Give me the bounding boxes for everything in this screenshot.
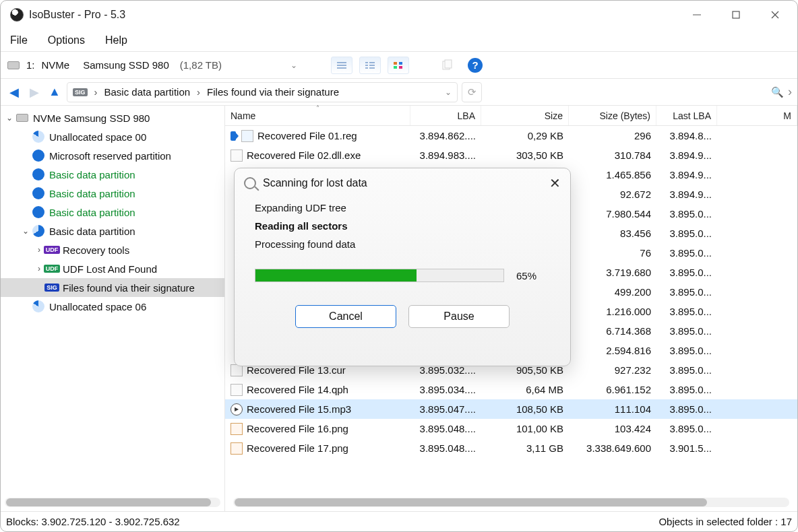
drive-icon bbox=[7, 61, 20, 69]
sort-asc-icon: ˄ bbox=[316, 104, 319, 112]
cancel-button[interactable]: Cancel bbox=[295, 305, 396, 328]
dialog-step-1: Expanding UDF tree bbox=[255, 202, 550, 213]
scanning-dialog: Scanning for lost data ✕ Expanding UDF t… bbox=[234, 168, 571, 366]
file-name: Recovered File 01.reg bbox=[257, 130, 357, 141]
file-name: Recovered File 02.dll.exe bbox=[247, 149, 361, 161]
table-row[interactable]: Recovered File 14.qph3.895.034....6,64 M… bbox=[225, 380, 797, 399]
menu-file[interactable]: File bbox=[10, 34, 28, 46]
tree-item[interactable]: Unallocated space 00 bbox=[1, 127, 224, 146]
pause-button[interactable]: Pause bbox=[408, 305, 510, 328]
tree-item[interactable]: Unallocated space 06 bbox=[1, 297, 224, 316]
close-button[interactable] bbox=[756, 2, 795, 28]
nav-forward-button[interactable]: ▶ bbox=[26, 85, 42, 100]
tree-scrollbar[interactable] bbox=[5, 498, 220, 507]
tree-item[interactable]: ›UDFRecovery tools bbox=[1, 240, 224, 259]
file-icon bbox=[231, 149, 243, 162]
chevron-right-icon: › bbox=[94, 86, 98, 98]
table-row[interactable]: Recovered File 17.png3.895.048....3,11 G… bbox=[225, 438, 797, 458]
progress-bar bbox=[255, 269, 504, 282]
tree-root[interactable]: ⌄NVMe Samsung SSD 980 bbox=[1, 108, 224, 127]
tag-icon bbox=[231, 131, 236, 141]
file-name: Recovered File 14.qph bbox=[247, 384, 348, 395]
help-button[interactable]: ? bbox=[464, 57, 486, 74]
maximize-button[interactable] bbox=[716, 2, 756, 28]
help-icon: ? bbox=[468, 58, 483, 73]
drive-model: Samsung SSD 980 bbox=[83, 59, 169, 71]
nav-back-button[interactable]: ◀ bbox=[6, 85, 22, 100]
svg-rect-16 bbox=[399, 66, 402, 69]
file-icon bbox=[231, 403, 243, 415]
drive-index: 1: bbox=[26, 59, 35, 71]
nav-next-pane-button[interactable]: › bbox=[788, 85, 792, 99]
file-icon bbox=[231, 423, 243, 435]
tree-item[interactable]: ›UDFUDF Lost And Found bbox=[1, 259, 224, 278]
svg-rect-1 bbox=[733, 11, 739, 18]
status-right: Objects in selected folder : 17 bbox=[658, 516, 792, 527]
search-icon[interactable]: 🔍 bbox=[771, 86, 784, 98]
refresh-button[interactable]: ⟳ bbox=[462, 82, 482, 102]
copy-button[interactable] bbox=[436, 57, 458, 74]
file-name: Recovered File 16.png bbox=[247, 423, 348, 434]
progress-fill bbox=[255, 269, 417, 281]
drive-selector[interactable]: 1: NVMe Samsung SSD 980 (1,82 TB) ⌄ bbox=[7, 59, 297, 71]
menu-options[interactable]: Options bbox=[48, 34, 85, 46]
view-list-button[interactable] bbox=[331, 57, 352, 74]
nav-up-button[interactable]: ▲ bbox=[47, 85, 63, 99]
search-icon bbox=[244, 177, 256, 189]
tree-item[interactable]: Basic data partition bbox=[1, 203, 224, 222]
toolbar: 1: NVMe Samsung SSD 980 (1,82 TB) ⌄ ? bbox=[1, 52, 797, 79]
progress-percent: 65% bbox=[516, 270, 536, 281]
svg-rect-13 bbox=[394, 62, 397, 65]
tree-item[interactable]: ⌄Basic data partition bbox=[1, 222, 224, 240]
navbar: ◀ ▶ ▲ SIG › Basic data partition › Files… bbox=[1, 79, 797, 106]
minimize-button[interactable] bbox=[677, 2, 716, 28]
dialog-close-button[interactable]: ✕ bbox=[549, 175, 561, 191]
sig-icon: SIG bbox=[73, 88, 88, 96]
dialog-title: Scanning for lost data bbox=[263, 177, 367, 189]
menubar: File Options Help bbox=[1, 29, 797, 52]
file-icon bbox=[231, 442, 243, 455]
app-icon bbox=[10, 8, 24, 22]
tree-item-selected[interactable]: SIGFiles found via their signature bbox=[1, 278, 224, 297]
table-row[interactable]: Recovered File 02.dll.exe3.894.983....30… bbox=[225, 145, 797, 165]
dialog-titlebar: Scanning for lost data ✕ bbox=[235, 168, 570, 198]
dialog-step-3: Processing found data bbox=[255, 238, 550, 250]
view-details-button[interactable] bbox=[359, 57, 381, 74]
view-icons-button[interactable] bbox=[388, 57, 409, 74]
tree-item[interactable]: Basic data partition bbox=[1, 165, 224, 184]
chevron-down-icon: ⌄ bbox=[290, 61, 297, 70]
file-name: Recovered File 15.mp3 bbox=[247, 403, 351, 415]
chevron-right-icon: › bbox=[197, 86, 200, 98]
svg-rect-18 bbox=[445, 60, 452, 68]
status-left: Blocks: 3.902.725.120 - 3.902.725.632 bbox=[6, 516, 180, 527]
drive-bus: NVMe bbox=[42, 59, 70, 71]
list-scrollbar[interactable] bbox=[233, 498, 789, 507]
svg-rect-15 bbox=[394, 66, 397, 69]
file-icon bbox=[231, 384, 243, 396]
table-row[interactable]: Recovered File 15.mp33.895.047....108,50… bbox=[225, 399, 797, 419]
svg-rect-14 bbox=[399, 62, 402, 65]
drive-size: (1,82 TB) bbox=[180, 59, 222, 71]
column-header[interactable]: ˄Name LBA Size Size (Bytes) Last LBA M bbox=[225, 106, 797, 126]
titlebar: IsoBuster - Pro - 5.3 bbox=[1, 1, 797, 29]
table-row[interactable]: Recovered File 01.reg3.894.862....0,29 K… bbox=[225, 126, 797, 145]
file-name: Recovered File 17.png bbox=[247, 442, 348, 454]
tree-item[interactable]: Basic data partition bbox=[1, 184, 224, 203]
table-row[interactable]: Recovered File 16.png3.895.048....101,00… bbox=[225, 419, 797, 438]
file-icon bbox=[241, 130, 253, 142]
tree-panel: ⌄NVMe Samsung SSD 980 Unallocated space … bbox=[1, 106, 225, 511]
statusbar: Blocks: 3.902.725.120 - 3.902.725.632 Ob… bbox=[1, 511, 797, 531]
crumb-leaf[interactable]: Files found via their signature bbox=[207, 86, 339, 98]
chevron-down-icon[interactable]: ⌄ bbox=[445, 88, 452, 97]
menu-help[interactable]: Help bbox=[105, 34, 127, 46]
crumb-partition[interactable]: Basic data partition bbox=[104, 86, 191, 98]
tree-item[interactable]: Microsoft reserved partition bbox=[1, 146, 224, 165]
window-title: IsoBuster - Pro - 5.3 bbox=[29, 9, 125, 21]
app-window: IsoBuster - Pro - 5.3 File Options Help … bbox=[0, 0, 798, 532]
breadcrumb[interactable]: SIG › Basic data partition › Files found… bbox=[67, 82, 458, 102]
dialog-step-2: Reading all sectors bbox=[255, 220, 550, 232]
